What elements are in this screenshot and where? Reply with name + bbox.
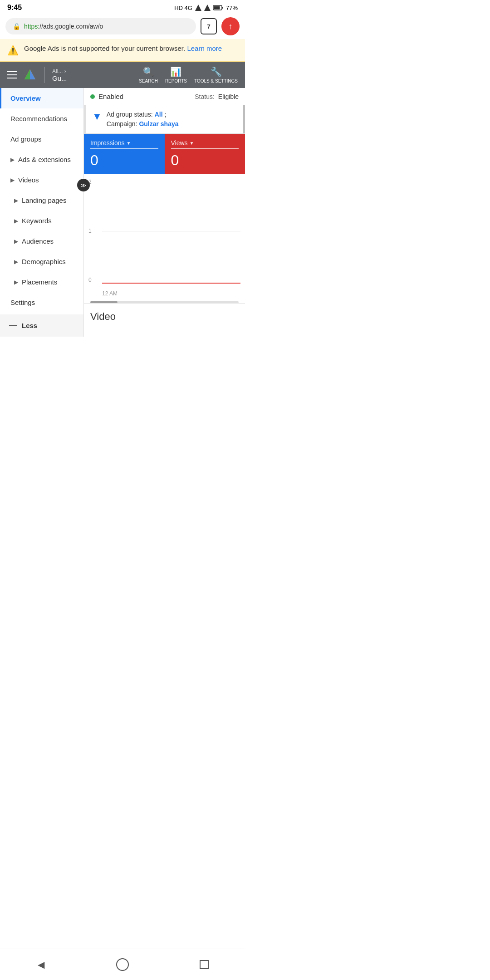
battery-percent: 77% bbox=[226, 5, 238, 11]
url-bar[interactable]: 🔒 https://ads.google.com/aw/o bbox=[5, 18, 196, 34]
metrics-row: Impressions ▼ 0 Views ▼ 0 bbox=[84, 134, 245, 174]
expand-arrow-videos: ▶ bbox=[10, 177, 15, 183]
search-nav-button[interactable]: 🔍 SEARCH bbox=[139, 66, 158, 83]
warning-text: Google Ads is not supported for your cur… bbox=[24, 44, 222, 52]
views-dropdown-icon: ▼ bbox=[190, 141, 194, 146]
sidebar-recommendations-label: Recommendations bbox=[10, 115, 67, 122]
tools-nav-icon: 🔧 bbox=[211, 66, 222, 77]
url-scheme: https: bbox=[24, 23, 39, 30]
sidebar-landing-label: Landing pages bbox=[22, 196, 66, 204]
learn-more-link[interactable]: Learn more bbox=[187, 44, 222, 52]
chart-red-baseline bbox=[102, 283, 240, 284]
campaign-status-bar: Enabled Status: Eligible bbox=[84, 88, 245, 105]
impressions-tile[interactable]: Impressions ▼ 0 bbox=[84, 134, 165, 174]
tab-count-button[interactable]: 7 bbox=[201, 18, 217, 34]
status-label: Status: bbox=[195, 93, 215, 100]
update-button[interactable]: ↑ bbox=[221, 17, 240, 35]
sidebar-item-adgroups[interactable]: Ad groups bbox=[0, 129, 83, 149]
sidebar-item-audiences[interactable]: ▶ Audiences bbox=[0, 231, 83, 251]
sidebar: Overview Recommendations Ad groups ▶ Ads… bbox=[0, 88, 84, 337]
expand-arrow-placements: ▶ bbox=[14, 279, 18, 285]
sidebar-item-placements[interactable]: ▶ Placements bbox=[0, 272, 83, 292]
content-area: Overview Recommendations Ad groups ▶ Ads… bbox=[0, 88, 245, 337]
enabled-dot bbox=[90, 94, 95, 99]
main-panel: Enabled Status: Eligible ▼ Ad group stat… bbox=[84, 88, 245, 337]
chart-y-labels: 2 1 0 bbox=[88, 179, 92, 283]
status-bar: 9:45 HD 4G 77% bbox=[0, 0, 245, 14]
hamburger-menu[interactable] bbox=[7, 71, 17, 78]
sidebar-adgroups-label: Ad groups bbox=[10, 135, 41, 143]
sidebar-videos-label: Videos bbox=[18, 176, 39, 184]
tools-nav-button[interactable]: 🔧 TOOLS & SETTINGS bbox=[194, 66, 238, 83]
filter-icon[interactable]: ▼ bbox=[92, 111, 102, 122]
expand-arrow-demographics: ▶ bbox=[14, 259, 18, 265]
lock-icon: 🔒 bbox=[13, 23, 20, 30]
sidebar-item-overview[interactable]: Overview bbox=[0, 88, 83, 108]
reports-nav-icon: 📊 bbox=[170, 66, 181, 77]
sidebar-item-recommendations[interactable]: Recommendations bbox=[0, 108, 83, 129]
google-ads-logo bbox=[23, 68, 37, 82]
reports-nav-button[interactable]: 📊 REPORTS bbox=[165, 66, 187, 83]
expand-arrow-audiences: ▶ bbox=[14, 238, 18, 245]
nav-actions: 🔍 SEARCH 📊 REPORTS 🔧 TOOLS & SETTINGS bbox=[139, 66, 238, 83]
chart-x-label: 12 AM bbox=[102, 290, 118, 297]
sidebar-placements-label: Placements bbox=[22, 278, 57, 286]
scrollbar-indicator bbox=[243, 105, 245, 133]
battery-icon bbox=[213, 5, 223, 10]
svg-rect-3 bbox=[222, 7, 223, 9]
filter-campaign-label: Campaign: bbox=[107, 120, 139, 127]
sidebar-item-landing-pages[interactable]: ▶ Landing pages bbox=[0, 190, 83, 211]
filter-text: Ad group status: All ; Campaign: Gulzar … bbox=[107, 110, 179, 129]
views-tile[interactable]: Views ▼ 0 bbox=[165, 134, 245, 174]
chart-area: 2 1 0 12 AM bbox=[84, 174, 245, 301]
video-section: Video bbox=[84, 303, 245, 330]
logo-svg bbox=[23, 68, 37, 82]
nav-account[interactable]: All... › Gu... bbox=[52, 68, 133, 82]
search-nav-label: SEARCH bbox=[139, 78, 158, 83]
svg-marker-6 bbox=[30, 69, 35, 79]
minus-icon: — bbox=[9, 321, 17, 330]
sidebar-item-demographics[interactable]: ▶ Demographics bbox=[0, 251, 83, 272]
y-label-1: 1 bbox=[88, 228, 92, 234]
svg-rect-4 bbox=[214, 6, 220, 10]
search-nav-icon: 🔍 bbox=[143, 66, 154, 77]
expand-arrow-landing: ▶ bbox=[14, 197, 18, 204]
enabled-label: Enabled bbox=[98, 93, 123, 100]
chart-grid bbox=[102, 179, 240, 283]
sidebar-keywords-label: Keywords bbox=[22, 217, 52, 225]
sidebar-collapse-toggle[interactable]: ≫ bbox=[77, 179, 90, 191]
status-icons: HD 4G 77% bbox=[174, 5, 238, 11]
chart-line-bottom bbox=[102, 283, 240, 284]
signal-icon-2 bbox=[204, 5, 211, 11]
sidebar-collapse-button[interactable]: — Less bbox=[0, 314, 83, 337]
svg-marker-1 bbox=[204, 5, 211, 11]
collapse-label: Less bbox=[22, 322, 37, 329]
sidebar-item-videos[interactable]: ▶ Videos bbox=[0, 170, 83, 190]
chart-line-top bbox=[102, 179, 240, 179]
svg-marker-0 bbox=[195, 5, 201, 11]
top-nav: All... › Gu... 🔍 SEARCH 📊 REPORTS 🔧 TOOL… bbox=[0, 62, 245, 88]
views-value: 0 bbox=[171, 152, 239, 169]
expand-arrow-ads: ▶ bbox=[10, 157, 15, 163]
update-icon: ↑ bbox=[229, 22, 233, 31]
filter-adgroup-status-value: All bbox=[155, 111, 163, 118]
carrier-text: HD 4G bbox=[174, 5, 192, 11]
impressions-dropdown-icon: ▼ bbox=[126, 141, 131, 146]
url-text: https://ads.google.com/aw/o bbox=[24, 23, 103, 30]
sidebar-ads-extensions-label: Ads & extensions bbox=[18, 156, 71, 163]
filter-campaign-value: Gulzar shaya bbox=[139, 120, 178, 127]
chart-line-mid bbox=[102, 231, 240, 231]
nav-divider bbox=[44, 67, 45, 83]
sidebar-demographics-label: Demographics bbox=[22, 258, 66, 265]
svg-marker-7 bbox=[24, 69, 30, 79]
sidebar-overview-label: Overview bbox=[10, 94, 41, 102]
expand-arrow-keywords: ▶ bbox=[14, 218, 18, 224]
views-label: Views ▼ bbox=[171, 139, 239, 149]
warning-icon: ⚠️ bbox=[7, 45, 19, 56]
sidebar-item-ads-extensions[interactable]: ▶ Ads & extensions bbox=[0, 149, 83, 170]
sidebar-item-keywords[interactable]: ▶ Keywords bbox=[0, 211, 83, 231]
account-name: Gu... bbox=[52, 74, 133, 82]
sidebar-item-settings[interactable]: Settings bbox=[0, 292, 83, 313]
impressions-value: 0 bbox=[90, 152, 158, 169]
browser-bar: 🔒 https://ads.google.com/aw/o 7 ↑ bbox=[0, 14, 245, 39]
